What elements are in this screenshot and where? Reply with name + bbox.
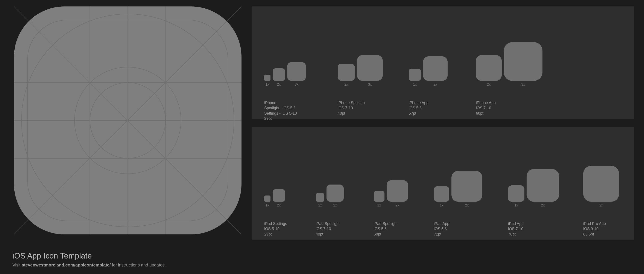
group-description-line: iOS 7-10 — [316, 226, 340, 231]
swatch-row: 2x — [583, 166, 619, 207]
swatch-box — [526, 169, 559, 202]
swatch: 1x — [374, 191, 384, 207]
ipad-panel: 1x2xiPad SettingsiOS 5-1029pt1x2xiPad Sp… — [252, 127, 634, 240]
size-group: 2x3xiPhone SpotlightiOS 7-1040pt — [338, 55, 383, 86]
swatch: 2x — [338, 64, 355, 86]
group-description-line: iPhone App — [409, 100, 428, 105]
swatch-row: 1x2x — [409, 56, 448, 86]
group-description-line: 57pt — [409, 111, 428, 116]
sub-link: stevenwestmoreland.com/appicontemplate/ — [22, 262, 111, 267]
group-description-line: 40pt — [316, 232, 340, 237]
group-description-line: iPhone — [264, 100, 297, 105]
swatch: 2x — [326, 185, 344, 207]
swatch-box — [287, 62, 306, 81]
group-description-line: 83.5pt — [583, 232, 606, 237]
group-description: iPad SpotlightiOS 5,650pt — [374, 221, 398, 237]
swatch: 3x — [357, 55, 383, 86]
swatch-scale-label: 1x — [318, 203, 322, 207]
swatch-box — [273, 189, 285, 202]
swatch-scale-label: 1x — [413, 83, 417, 86]
swatch-box — [374, 191, 384, 202]
swatch-row: 1x2x — [316, 185, 344, 207]
swatch-box — [264, 196, 270, 202]
size-group: 1x2xiPad SpotlightiOS 5,650pt — [374, 180, 408, 207]
group-description-line: iOS 7-10 — [508, 226, 524, 231]
group-description-line: iPhone Spotlight — [338, 100, 366, 105]
swatch: 3x — [287, 62, 306, 86]
swatch-scale-label: 2x — [465, 203, 469, 207]
group-description-line: 50pt — [374, 232, 398, 237]
swatch-row: 2x3x — [338, 55, 383, 86]
master-icon — [14, 7, 242, 234]
swatch: 1x — [264, 75, 270, 86]
swatch-scale-label: 1x — [514, 203, 518, 207]
sub-prefix: Visit — [12, 262, 22, 267]
swatch-box — [264, 75, 270, 81]
swatch-scale-label: 2x — [277, 203, 281, 207]
swatch: 1x — [409, 69, 421, 86]
canvas: 1x2x3xiPhoneSpotlight - iOS 5,6Settings … — [0, 0, 644, 274]
group-description-line: Settings - iOS 5-10 — [264, 111, 297, 116]
size-group: 1x2xiPhone AppiOS 5,657pt — [409, 56, 448, 86]
swatch: 2x — [386, 180, 408, 207]
group-description: iPhone AppiOS 7-1060pt — [476, 100, 496, 116]
group-description-line: iOS 7-10 — [338, 105, 366, 110]
swatch-scale-label: 3x — [368, 83, 372, 86]
group-description: iPhone SpotlightiOS 7-1040pt — [338, 100, 366, 116]
group-description-line: 72pt — [434, 232, 449, 237]
group-description-line: 60pt — [476, 111, 496, 116]
swatch: 1x — [264, 196, 270, 207]
swatch-row: 2x3x — [476, 42, 542, 86]
group-description: iPhoneSpotlight - iOS 5,6Settings - iOS … — [264, 100, 297, 121]
size-group: 2x3xiPhone AppiOS 7-1060pt — [476, 42, 542, 86]
group-description-line: 29pt — [264, 116, 297, 121]
swatch-scale-label: 1x — [266, 203, 269, 207]
swatch: 2x — [423, 56, 448, 86]
group-description-line: iOS 7-10 — [476, 105, 496, 110]
swatch-scale-label: 2x — [434, 83, 437, 86]
swatch-scale-label: 1x — [440, 203, 444, 207]
swatch-row: 1x2x3x — [264, 62, 306, 86]
swatch-box — [326, 185, 344, 202]
grid-overlay-icon — [14, 7, 242, 234]
swatch-scale-label: 2x — [599, 203, 603, 207]
swatch: 3x — [504, 42, 542, 86]
swatch: 2x — [273, 68, 285, 86]
swatch-box — [452, 171, 482, 202]
swatch-box — [508, 185, 524, 202]
group-description-line: iPad Spotlight — [374, 221, 398, 226]
swatch: 1x — [316, 193, 324, 207]
group-description-line: iOS 5-10 — [264, 226, 287, 231]
swatch-scale-label: 2x — [277, 83, 281, 86]
group-description-line: iOS 5,6 — [374, 226, 398, 231]
swatch-box — [338, 64, 355, 81]
group-description-line: 40pt — [338, 111, 366, 116]
group-description-line: iPad Settings — [264, 221, 287, 226]
swatch-scale-label: 2x — [334, 203, 337, 207]
swatch: 2x — [526, 169, 559, 207]
group-description: iPhone AppiOS 5,657pt — [409, 100, 428, 116]
size-group: 2xiPad Pro AppiOS 9-1083.5pt — [583, 166, 619, 207]
swatch-row: 1x2x — [374, 180, 408, 207]
swatch-box — [423, 56, 448, 81]
group-description-line: iOS 5,6 — [434, 226, 449, 231]
group-description-line: Spotlight - iOS 5,6 — [264, 105, 297, 110]
swatch-scale-label: 3x — [295, 83, 298, 86]
swatch-box — [434, 186, 449, 202]
swatch-row: 1x2x — [508, 169, 559, 207]
swatch-box — [316, 193, 324, 202]
group-description-line: iOS 5,6 — [409, 105, 428, 110]
swatch-scale-label: 3x — [522, 83, 525, 86]
template-subtitle: Visit stevenwestmoreland.com/appicontemp… — [12, 262, 166, 267]
swatch: 1x — [434, 186, 449, 207]
swatch-box — [583, 166, 619, 202]
swatch: 2x — [452, 171, 482, 207]
size-group: 1x2xiPad SpotlightiOS 7-1040pt — [316, 185, 344, 207]
group-description: iPad AppiOS 7-1076pt — [508, 221, 524, 237]
swatch-box — [409, 69, 421, 81]
sub-suffix: for instructions and updates. — [111, 262, 166, 267]
swatch: 2x — [273, 189, 285, 207]
swatch-scale-label: 1x — [266, 83, 269, 86]
group-description: iPad Pro AppiOS 9-1083.5pt — [583, 221, 606, 237]
swatch: 1x — [508, 185, 524, 207]
